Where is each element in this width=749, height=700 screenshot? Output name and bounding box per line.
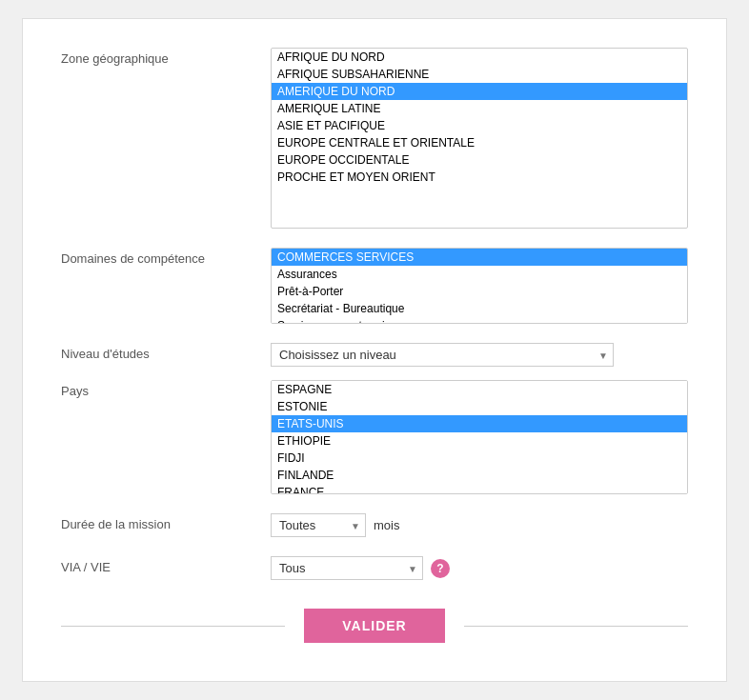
via-select[interactable]: TousVIAVIE (271, 556, 423, 580)
duree-inner-row: Toutes1236121824 ▼ mois (271, 513, 688, 537)
domaines-control: COMMERCES SERVICESAssurancesPrêt-à-Porte… (271, 248, 688, 324)
niveau-select-wrap: Choisissez un niveau ▼ (271, 343, 614, 367)
duree-row: Durée de la mission Toutes1236121824 ▼ m… (61, 513, 688, 537)
via-row: VIA / VIE TousVIAVIE ▼ ? (61, 556, 688, 580)
duree-select-wrap: Toutes1236121824 ▼ (271, 513, 366, 537)
valider-line-right (464, 626, 688, 627)
pays-row: Pays ESPAGNEESTONIEETATS-UNISETHIOPIEFID… (61, 380, 688, 494)
pays-listbox[interactable]: ESPAGNEESTONIEETATS-UNISETHIOPIEFIDJIFIN… (271, 380, 688, 494)
zone-label: Zone géographique (61, 48, 271, 66)
niveau-select[interactable]: Choisissez un niveau (271, 343, 614, 367)
duree-control: Toutes1236121824 ▼ mois (271, 513, 688, 537)
via-label: VIA / VIE (61, 556, 271, 574)
zone-row: Zone géographique AFRIQUE DU NORDAFRIQUE… (61, 48, 688, 229)
niveau-control: Choisissez un niveau ▼ (271, 343, 688, 367)
valider-line-left (61, 626, 285, 627)
pays-label: Pays (61, 380, 271, 398)
via-select-wrap: TousVIAVIE ▼ (271, 556, 423, 580)
zone-control: AFRIQUE DU NORDAFRIQUE SUBSAHARIENNEAMER… (271, 48, 688, 229)
main-container: Zone géographique AFRIQUE DU NORDAFRIQUE… (22, 18, 727, 682)
valider-button[interactable]: VALIDER (304, 609, 444, 643)
niveau-row: Niveau d'études Choisissez un niveau ▼ (61, 343, 688, 367)
duree-select[interactable]: Toutes1236121824 (271, 513, 366, 537)
domaines-listbox[interactable]: COMMERCES SERVICESAssurancesPrêt-à-Porte… (271, 248, 688, 324)
domaines-row: Domaines de compétence COMMERCES SERVICE… (61, 248, 688, 324)
via-control: TousVIAVIE ▼ ? (271, 556, 688, 580)
niveau-label: Niveau d'études (61, 343, 271, 361)
domaines-label: Domaines de compétence (61, 248, 271, 266)
duree-mois-label: mois (374, 518, 399, 532)
duree-label: Durée de la mission (61, 513, 271, 531)
valider-row: VALIDER (61, 609, 688, 643)
help-icon[interactable]: ? (431, 559, 450, 578)
via-inner-row: TousVIAVIE ▼ ? (271, 556, 688, 580)
zone-listbox[interactable]: AFRIQUE DU NORDAFRIQUE SUBSAHARIENNEAMER… (271, 48, 688, 229)
pays-control: ESPAGNEESTONIEETATS-UNISETHIOPIEFIDJIFIN… (271, 380, 688, 494)
